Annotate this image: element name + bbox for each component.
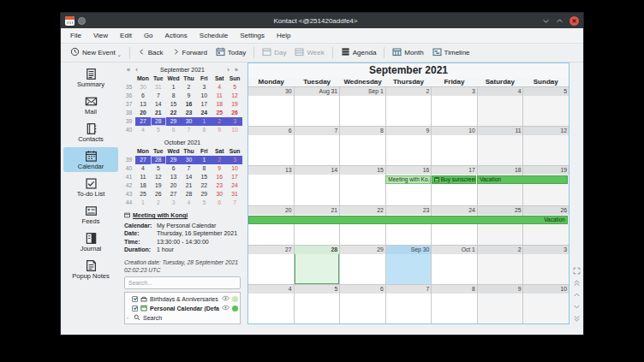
week-number[interactable]: 35 — [122, 83, 135, 92]
week-number[interactable]: 42 — [122, 181, 135, 190]
minical-day[interactable]: 30 — [182, 156, 197, 164]
month-day-cell[interactable]: Aug 31 — [294, 87, 340, 126]
minical-day[interactable]: 28 — [182, 190, 197, 199]
menu-schedule[interactable]: Schedule — [194, 30, 234, 41]
calendar-checkbox[interactable] — [132, 306, 138, 312]
minical-day[interactable]: 7 — [182, 164, 197, 173]
minical-day[interactable]: 4 — [212, 83, 227, 92]
next-year-button[interactable]: » — [232, 66, 241, 74]
minical-day[interactable]: 21 — [151, 109, 166, 117]
minical-day[interactable]: 23 — [212, 181, 227, 190]
minical-day[interactable]: 2 — [182, 83, 197, 92]
titlebar[interactable]: Kontact <@251420addfe4> ✕ — [61, 13, 583, 28]
minical-day[interactable]: 22 — [196, 181, 212, 190]
eye-icon[interactable] — [222, 305, 230, 312]
minical-day[interactable]: 15 — [196, 173, 212, 181]
month-day-cell[interactable]: 17 — [431, 166, 477, 205]
prev-year-button[interactable]: « — [124, 66, 133, 74]
minical-day[interactable]: 6 — [166, 126, 182, 134]
minical-day[interactable]: 6 — [135, 92, 151, 100]
minical-day[interactable]: 8 — [196, 164, 212, 173]
minical-day[interactable]: 7 — [227, 199, 242, 207]
month-day-cell[interactable]: 6 — [339, 285, 385, 323]
minical-day[interactable]: 1 — [196, 117, 212, 126]
minical-day[interactable]: 6 — [166, 164, 182, 173]
expand-button[interactable] — [571, 266, 581, 275]
month-day-cell[interactable]: 7 — [385, 285, 432, 323]
minical-day[interactable]: 4 — [135, 126, 151, 134]
minical-day[interactable]: 30 — [135, 83, 151, 92]
minical-day[interactable]: 26 — [151, 190, 166, 199]
minical-day[interactable]: 22 — [166, 109, 182, 117]
calendar-list-item-personal-calendar-default-[interactable]: Personal Calendar (Default) — [127, 304, 238, 313]
sidebar-item-summary[interactable]: Summary — [63, 65, 118, 90]
minical-day[interactable]: 31 — [151, 83, 166, 92]
month-day-cell[interactable]: 5 — [294, 285, 340, 323]
month-day-cell[interactable]: 12 — [522, 127, 569, 165]
menu-edit[interactable]: Edit — [114, 30, 138, 41]
minical-day[interactable]: 3 — [196, 83, 212, 92]
event-bar[interactable]: Buy sunscreen — [432, 175, 476, 184]
menu-view[interactable]: View — [87, 30, 114, 41]
minimize-button[interactable] — [542, 17, 550, 25]
month-day-cell[interactable]: 13 — [248, 166, 294, 205]
minical-day[interactable]: 30 — [212, 190, 227, 199]
prev-month-button[interactable]: ‹ — [133, 66, 140, 74]
minical-day[interactable]: 14 — [182, 173, 197, 181]
minical-day[interactable]: 29 — [166, 117, 182, 126]
chevron-up-button[interactable] — [571, 290, 581, 299]
minical-day[interactable]: 24 — [227, 181, 242, 190]
minical-day[interactable]: 3 — [227, 117, 242, 126]
minical-day[interactable]: 9 — [212, 126, 227, 134]
month-day-cell[interactable]: 21 — [294, 206, 340, 245]
expander-icon[interactable]: › — [127, 315, 131, 320]
minical-day[interactable]: 5 — [151, 164, 166, 173]
minical-day[interactable]: 12 — [151, 173, 166, 181]
minical-day[interactable]: 24 — [196, 109, 212, 117]
minical-day[interactable]: 29 — [196, 190, 212, 199]
week-number[interactable]: 41 — [122, 173, 135, 181]
menu-help[interactable]: Help — [271, 30, 296, 41]
minical-day[interactable]: 2 — [212, 156, 227, 164]
sidebar-item-journal[interactable]: Journal — [63, 229, 118, 254]
minical-day[interactable]: 9 — [182, 92, 197, 100]
week-number[interactable]: 38 — [122, 109, 135, 117]
sidebar-item-feeds[interactable]: Feeds — [63, 202, 118, 227]
month-day-cell[interactable]: 10 — [522, 285, 569, 323]
toolbar-new-event-button[interactable]: New Event⌄ — [66, 45, 126, 60]
toolbar-back-button[interactable]: Back — [134, 46, 168, 59]
month-day-cell[interactable]: 2 — [477, 246, 523, 284]
minical-day[interactable]: 17 — [196, 100, 212, 109]
maximize-button[interactable] — [556, 17, 564, 25]
minical-day[interactable]: 28 — [151, 117, 166, 126]
menu-go[interactable]: Go — [138, 30, 159, 41]
minical-day[interactable]: 5 — [151, 126, 166, 134]
month-day-cell[interactable]: 4 — [248, 285, 294, 323]
week-number[interactable]: 40 — [122, 164, 135, 173]
sidebar-item-popup-notes[interactable]: Popup Notes — [63, 257, 118, 282]
month-day-cell[interactable]: 3 — [522, 246, 569, 284]
minical-day[interactable]: 7 — [151, 92, 166, 100]
minical-day[interactable]: 16 — [212, 173, 227, 181]
minical-day[interactable]: 19 — [151, 181, 166, 190]
minical-day[interactable]: 30 — [182, 117, 197, 126]
month-day-cell[interactable]: 26 — [522, 206, 569, 245]
minical-day[interactable]: 28 — [151, 156, 166, 164]
week-number[interactable]: 40 — [122, 126, 135, 134]
minical-day[interactable]: 2 — [151, 199, 166, 207]
search-input[interactable] — [124, 276, 241, 289]
minical-day[interactable]: 13 — [135, 100, 151, 109]
month-day-cell[interactable]: 2 — [385, 87, 432, 126]
minical-day[interactable]: 26 — [227, 109, 242, 117]
toolbar-agenda-button[interactable]: Agenda — [337, 45, 381, 60]
minical-day[interactable]: 10 — [227, 126, 242, 134]
month-day-cell[interactable]: 27 — [248, 246, 294, 284]
month-day-cell[interactable]: 25 — [477, 206, 523, 245]
menu-actions[interactable]: Actions — [159, 30, 194, 41]
minical-day[interactable]: 25 — [212, 109, 227, 117]
minical-day[interactable]: 13 — [166, 173, 182, 181]
month-day-cell[interactable]: 22 — [339, 206, 385, 245]
minical-day[interactable]: 9 — [212, 164, 227, 173]
month-day-cell[interactable]: 28 — [294, 246, 340, 284]
minical-day[interactable]: 17 — [227, 173, 242, 181]
